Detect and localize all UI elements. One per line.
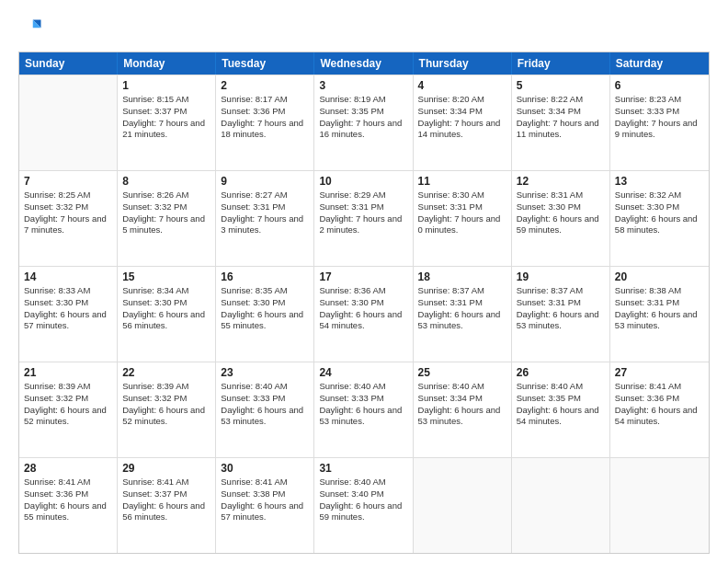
calendar-row: 28Sunrise: 8:41 AMSunset: 3:36 PMDayligh…	[19, 457, 709, 553]
cell-info: Sunrise: 8:31 AM	[517, 190, 605, 201]
cell-info: Daylight: 6 hours and 55 minutes.	[221, 309, 309, 333]
calendar-cell: 12Sunrise: 8:31 AMSunset: 3:30 PMDayligh…	[512, 171, 610, 266]
day-number: 22	[122, 366, 210, 379]
calendar-body: 1Sunrise: 8:15 AMSunset: 3:37 PMDaylight…	[19, 75, 709, 553]
logo	[18, 17, 48, 42]
cell-info: Daylight: 6 hours and 53 minutes.	[418, 405, 506, 429]
cell-info: Daylight: 7 hours and 9 minutes.	[615, 118, 704, 142]
day-number: 31	[319, 462, 407, 475]
calendar-cell: 20Sunrise: 8:38 AMSunset: 3:31 PMDayligh…	[610, 267, 709, 362]
cell-info: Sunset: 3:34 PM	[517, 106, 605, 118]
calendar-cell	[512, 458, 610, 553]
weekday-header: Wednesday	[314, 52, 413, 75]
cell-info: Sunset: 3:36 PM	[221, 106, 309, 118]
calendar-cell: 16Sunrise: 8:35 AMSunset: 3:30 PMDayligh…	[216, 267, 314, 362]
calendar-cell: 31Sunrise: 8:40 AMSunset: 3:40 PMDayligh…	[314, 458, 413, 553]
cell-info: Sunset: 3:30 PM	[221, 297, 309, 309]
header	[18, 17, 710, 42]
cell-info: Sunset: 3:35 PM	[517, 393, 605, 405]
calendar-cell: 13Sunrise: 8:32 AMSunset: 3:30 PMDayligh…	[610, 171, 709, 266]
cell-info: Sunset: 3:38 PM	[221, 488, 309, 500]
cell-info: Sunset: 3:30 PM	[615, 201, 704, 213]
cell-info: Daylight: 7 hours and 0 minutes.	[418, 213, 506, 237]
cell-info: Sunrise: 8:36 AM	[319, 285, 407, 297]
cell-info: Daylight: 6 hours and 53 minutes.	[615, 309, 704, 333]
calendar: SundayMondayTuesdayWednesdayThursdayFrid…	[18, 52, 710, 554]
cell-info: Sunset: 3:35 PM	[319, 106, 407, 118]
cell-info: Sunrise: 8:35 AM	[221, 285, 309, 297]
calendar-cell: 19Sunrise: 8:37 AMSunset: 3:31 PMDayligh…	[512, 267, 610, 362]
cell-info: Sunset: 3:34 PM	[418, 393, 506, 405]
cell-info: Daylight: 7 hours and 2 minutes.	[319, 213, 407, 237]
calendar-row: 1Sunrise: 8:15 AMSunset: 3:37 PMDaylight…	[19, 75, 709, 170]
calendar-cell: 18Sunrise: 8:37 AMSunset: 3:31 PMDayligh…	[414, 267, 512, 362]
cell-info: Sunrise: 8:37 AM	[418, 285, 506, 297]
cell-info: Daylight: 6 hours and 53 minutes.	[319, 405, 407, 429]
cell-info: Sunrise: 8:25 AM	[24, 190, 112, 201]
cell-info: Daylight: 6 hours and 59 minutes.	[517, 213, 605, 237]
calendar-cell	[610, 458, 709, 553]
calendar-cell: 10Sunrise: 8:29 AMSunset: 3:31 PMDayligh…	[314, 171, 413, 266]
day-number: 30	[221, 462, 309, 475]
calendar-cell: 5Sunrise: 8:22 AMSunset: 3:34 PMDaylight…	[512, 75, 610, 170]
cell-info: Daylight: 7 hours and 21 minutes.	[122, 118, 210, 142]
cell-info: Daylight: 7 hours and 7 minutes.	[24, 213, 112, 237]
cell-info: Daylight: 6 hours and 55 minutes.	[24, 500, 112, 524]
calendar-cell: 6Sunrise: 8:23 AMSunset: 3:33 PMDaylight…	[610, 75, 709, 170]
calendar-cell: 21Sunrise: 8:39 AMSunset: 3:32 PMDayligh…	[19, 362, 118, 457]
cell-info: Sunset: 3:31 PM	[221, 201, 309, 213]
cell-info: Sunset: 3:31 PM	[615, 297, 704, 309]
calendar-cell: 2Sunrise: 8:17 AMSunset: 3:36 PMDaylight…	[216, 75, 314, 170]
calendar-cell: 11Sunrise: 8:30 AMSunset: 3:31 PMDayligh…	[414, 171, 512, 266]
cell-info: Sunset: 3:31 PM	[418, 201, 506, 213]
cell-info: Sunset: 3:31 PM	[319, 201, 407, 213]
day-number: 21	[24, 366, 112, 379]
calendar-header: SundayMondayTuesdayWednesdayThursdayFrid…	[19, 52, 709, 75]
weekday-header: Tuesday	[216, 52, 314, 75]
cell-info: Sunrise: 8:38 AM	[615, 285, 704, 297]
cell-info: Sunrise: 8:37 AM	[517, 285, 605, 297]
calendar-row: 7Sunrise: 8:25 AMSunset: 3:32 PMDaylight…	[19, 170, 709, 266]
cell-info: Daylight: 6 hours and 52 minutes.	[24, 405, 112, 429]
cell-info: Sunrise: 8:20 AM	[418, 94, 506, 106]
cell-info: Daylight: 6 hours and 54 minutes.	[615, 405, 704, 429]
cell-info: Sunset: 3:30 PM	[122, 297, 210, 309]
cell-info: Daylight: 7 hours and 16 minutes.	[319, 118, 407, 142]
day-number: 3	[319, 79, 407, 92]
day-number: 8	[122, 175, 210, 188]
cell-info: Sunset: 3:31 PM	[517, 297, 605, 309]
cell-info: Sunset: 3:32 PM	[24, 393, 112, 405]
day-number: 5	[517, 79, 605, 92]
calendar-cell: 25Sunrise: 8:40 AMSunset: 3:34 PMDayligh…	[414, 362, 512, 457]
cell-info: Sunrise: 8:40 AM	[418, 381, 506, 393]
day-number: 29	[122, 462, 210, 475]
day-number: 24	[319, 366, 407, 379]
day-number: 6	[615, 79, 704, 92]
cell-info: Sunset: 3:36 PM	[24, 488, 112, 500]
day-number: 23	[221, 366, 309, 379]
weekday-header: Saturday	[610, 52, 709, 75]
calendar-cell: 4Sunrise: 8:20 AMSunset: 3:34 PMDaylight…	[414, 75, 512, 170]
cell-info: Sunrise: 8:19 AM	[319, 94, 407, 106]
cell-info: Sunrise: 8:15 AM	[122, 94, 210, 106]
cell-info: Sunset: 3:32 PM	[122, 201, 210, 213]
cell-info: Sunrise: 8:39 AM	[24, 381, 112, 393]
calendar-cell	[19, 75, 118, 170]
calendar-cell: 15Sunrise: 8:34 AMSunset: 3:30 PMDayligh…	[118, 267, 216, 362]
cell-info: Sunset: 3:37 PM	[122, 106, 210, 118]
calendar-cell: 30Sunrise: 8:41 AMSunset: 3:38 PMDayligh…	[216, 458, 314, 553]
cell-info: Daylight: 6 hours and 53 minutes.	[418, 309, 506, 333]
cell-info: Sunset: 3:30 PM	[319, 297, 407, 309]
cell-info: Sunset: 3:32 PM	[122, 393, 210, 405]
day-number: 27	[615, 366, 704, 379]
cell-info: Daylight: 7 hours and 11 minutes.	[517, 118, 605, 142]
cell-info: Sunrise: 8:23 AM	[615, 94, 704, 106]
cell-info: Daylight: 6 hours and 59 minutes.	[319, 500, 407, 524]
day-number: 17	[319, 270, 407, 283]
day-number: 25	[418, 366, 506, 379]
day-number: 13	[615, 175, 704, 188]
cell-info: Sunrise: 8:41 AM	[221, 477, 309, 488]
day-number: 16	[221, 270, 309, 283]
day-number: 2	[221, 79, 309, 92]
cell-info: Sunrise: 8:29 AM	[319, 190, 407, 201]
